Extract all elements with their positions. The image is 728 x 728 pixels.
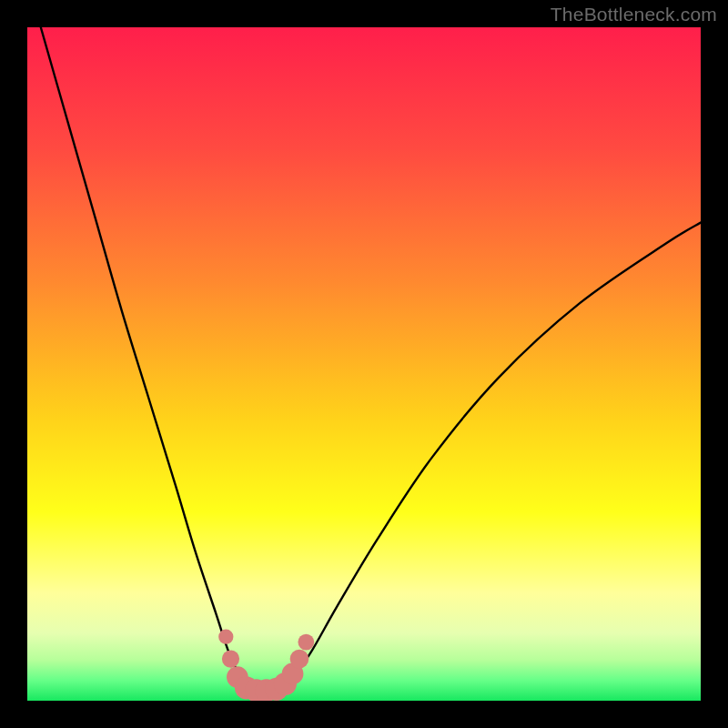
optimum-markers xyxy=(218,630,314,701)
optimum-marker xyxy=(218,630,233,644)
optimum-marker xyxy=(222,651,239,668)
attribution-label: TheBottleneck.com xyxy=(551,4,717,25)
bottleneck-curve xyxy=(41,27,701,692)
optimum-marker xyxy=(298,634,314,651)
plot-area xyxy=(27,27,701,701)
optimum-marker xyxy=(290,650,309,669)
bottleneck-chart xyxy=(27,27,701,701)
chart-frame: TheBottleneck.com xyxy=(0,0,728,728)
